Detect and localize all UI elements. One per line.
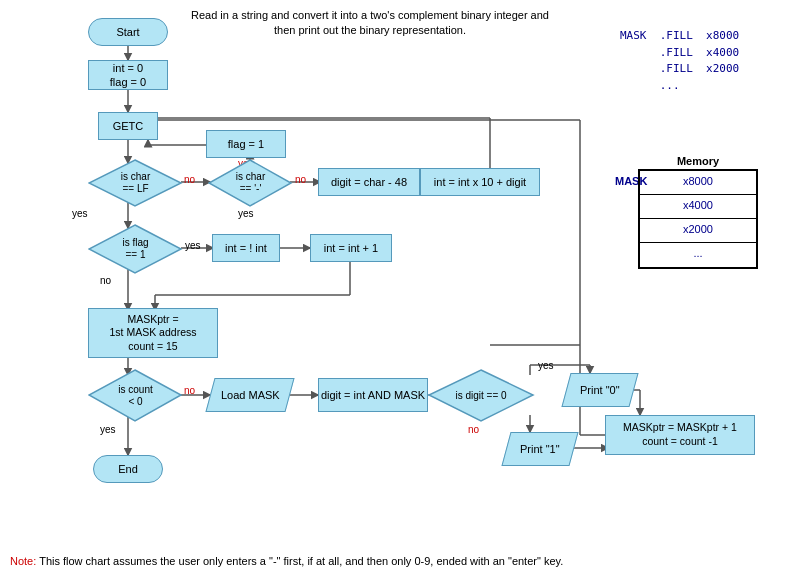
memory-title: Memory	[638, 155, 758, 167]
digit-calc-rect: digit = char - 48	[318, 168, 420, 196]
int-not-rect: int = ! int	[212, 234, 280, 262]
load-mask-para[interactable]: Load MASK	[205, 378, 294, 412]
init-rect: int = 0 flag = 0	[88, 60, 168, 90]
yes-label-char-lf: yes	[72, 208, 88, 219]
note-prefix: Note:	[10, 555, 39, 567]
int-calc-rect: int = int x 10 + digit	[420, 168, 540, 196]
is-count-diamond: is count < 0	[88, 368, 183, 423]
is-char-minus-diamond: is char == '-'	[208, 158, 293, 208]
mask-code: MASK .FILL x8000 .FILL x4000 .FILL x2000…	[620, 28, 739, 94]
maskptr2-rect: MASKptr = MASKptr + 1 count = count -1	[605, 415, 755, 455]
main-container: Read in a string and convert it into a t…	[0, 0, 798, 575]
is-flag1-diamond: is flag == 1	[88, 223, 183, 275]
header-text: Read in a string and convert it into a t…	[180, 8, 560, 39]
bottom-note: Note: This flow chart assumes the user o…	[10, 555, 563, 567]
end-shape: End	[93, 455, 163, 483]
memory-cell-2: x4000	[640, 195, 756, 219]
no-label-flag1-diamond: no	[100, 275, 111, 286]
is-char-lf-diamond: is char == LF	[88, 158, 183, 208]
maskptr-rect: MASKptr = 1st MASK address count = 15	[88, 308, 218, 358]
memory-cell-4: ...	[640, 243, 756, 267]
memory-cell-1: x8000	[640, 171, 756, 195]
int-plus1-rect: int = int + 1	[310, 234, 392, 262]
is-digit0-diamond: is digit == 0	[427, 368, 535, 423]
digit-and-rect: digit = int AND MASK	[318, 378, 428, 412]
yes-label-char-minus: yes	[238, 208, 254, 219]
yes-label-digit0: yes	[538, 360, 554, 371]
yes-label-flag1-diamond: yes	[185, 240, 201, 251]
memory-table: x8000 x4000 x2000 ...	[638, 169, 758, 269]
no-label-count: no	[184, 385, 195, 396]
start-shape: Start	[88, 18, 168, 46]
memory-block: Memory x8000 x4000 x2000 ...	[638, 155, 758, 269]
note-text: This flow chart assumes the user only en…	[39, 555, 563, 567]
getc-rect: GETC	[98, 112, 158, 140]
no-label-char-minus: no	[295, 174, 306, 185]
yes-label-count: yes	[100, 424, 116, 435]
print1-para: Print "1"	[501, 432, 578, 466]
flag1-rect: flag = 1	[206, 130, 286, 158]
no-label-digit0: no	[468, 424, 479, 435]
print0-para: Print "0"	[561, 373, 638, 407]
no-label-char-lf: no	[184, 174, 195, 185]
memory-cell-3: x2000	[640, 219, 756, 243]
